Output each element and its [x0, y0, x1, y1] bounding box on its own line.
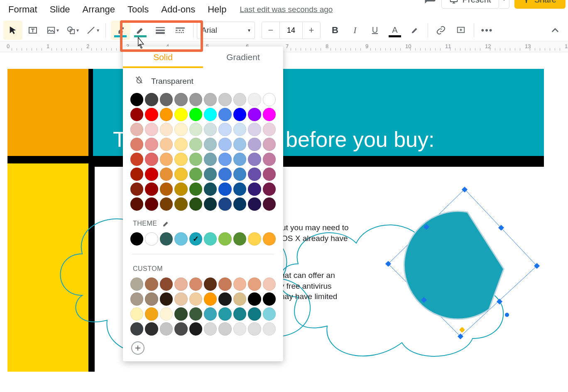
custom-color-swatch[interactable]: [145, 278, 158, 291]
color-swatch[interactable]: [263, 93, 276, 106]
color-swatch[interactable]: [204, 197, 217, 211]
color-swatch[interactable]: [263, 183, 276, 196]
color-swatch[interactable]: [174, 168, 187, 181]
pencil-icon[interactable]: [162, 220, 170, 227]
custom-color-swatch[interactable]: [218, 278, 231, 291]
font-size-decrease[interactable]: −: [262, 25, 279, 36]
collapse-toolbar-button[interactable]: [546, 21, 565, 40]
color-swatch[interactable]: [263, 138, 276, 151]
custom-color-swatch[interactable]: [160, 278, 173, 291]
custom-color-swatch[interactable]: [145, 307, 158, 321]
insert-comment-button[interactable]: [451, 21, 470, 40]
color-swatch[interactable]: [130, 123, 143, 136]
color-swatch[interactable]: [174, 93, 187, 106]
color-swatch[interactable]: [218, 108, 231, 121]
color-swatch[interactable]: [130, 138, 143, 151]
custom-color-swatch[interactable]: [248, 307, 261, 321]
color-swatch[interactable]: [189, 183, 202, 196]
text-color-button[interactable]: A: [385, 21, 404, 40]
color-swatch[interactable]: [204, 183, 217, 196]
color-swatch[interactable]: [218, 197, 231, 211]
color-swatch[interactable]: [218, 138, 231, 151]
color-swatch[interactable]: [233, 93, 246, 106]
transparent-option[interactable]: Transparent: [123, 68, 283, 91]
color-swatch[interactable]: [233, 123, 246, 136]
font-size-input[interactable]: 14: [279, 22, 303, 39]
custom-color-swatch[interactable]: [218, 292, 231, 306]
font-size-increase[interactable]: +: [303, 25, 320, 36]
custom-color-swatch[interactable]: [263, 307, 276, 321]
theme-color-swatch[interactable]: [263, 232, 276, 246]
insert-link-button[interactable]: [431, 21, 450, 40]
color-swatch[interactable]: [189, 138, 202, 151]
color-swatch[interactable]: [204, 138, 217, 151]
color-swatch[interactable]: [130, 197, 143, 211]
color-swatch[interactable]: [130, 93, 143, 106]
menu-arrange[interactable]: Arrange: [77, 2, 121, 17]
color-swatch[interactable]: [248, 93, 261, 106]
custom-color-swatch[interactable]: [189, 322, 202, 336]
color-swatch[interactable]: [189, 168, 202, 181]
shape-tool[interactable]: ▾: [63, 21, 82, 40]
color-swatch[interactable]: [189, 153, 202, 166]
custom-color-swatch[interactable]: [189, 278, 202, 291]
comment-icon[interactable]: [424, 0, 436, 7]
color-swatch[interactable]: [145, 153, 158, 166]
color-swatch[interactable]: [160, 168, 173, 181]
font-family-select[interactable]: Arial ▾: [197, 22, 255, 39]
color-swatch[interactable]: [189, 108, 202, 121]
color-swatch[interactable]: [145, 123, 158, 136]
custom-color-swatch[interactable]: [160, 307, 173, 321]
border-weight-button[interactable]: [151, 21, 170, 40]
underline-button[interactable]: U: [365, 21, 384, 40]
color-swatch[interactable]: [218, 93, 231, 106]
color-swatch[interactable]: [174, 108, 187, 121]
select-tool[interactable]: [3, 21, 22, 40]
color-swatch[interactable]: [145, 183, 158, 196]
custom-color-swatch[interactable]: [248, 278, 261, 291]
color-swatch[interactable]: [263, 153, 276, 166]
menu-tools[interactable]: Tools: [122, 2, 154, 17]
color-swatch[interactable]: [189, 123, 202, 136]
color-swatch[interactable]: [174, 138, 187, 151]
custom-color-swatch[interactable]: [204, 307, 217, 321]
theme-color-swatch[interactable]: [233, 232, 246, 246]
color-swatch[interactable]: [263, 197, 276, 211]
theme-color-swatch[interactable]: [218, 232, 231, 246]
add-custom-color[interactable]: [131, 341, 144, 355]
custom-color-swatch[interactable]: [174, 307, 187, 321]
custom-color-swatch[interactable]: [130, 292, 143, 306]
color-swatch[interactable]: [189, 93, 202, 106]
color-swatch[interactable]: [248, 153, 261, 166]
color-swatch[interactable]: [218, 168, 231, 181]
custom-color-swatch[interactable]: [248, 292, 261, 306]
color-swatch[interactable]: [218, 153, 231, 166]
border-color-button[interactable]: [131, 21, 150, 40]
custom-color-swatch[interactable]: [130, 307, 143, 321]
custom-color-swatch[interactable]: [248, 322, 261, 336]
color-swatch[interactable]: [160, 138, 173, 151]
color-swatch[interactable]: [160, 183, 173, 196]
custom-color-swatch[interactable]: [174, 292, 187, 306]
theme-color-swatch[interactable]: [145, 232, 158, 246]
theme-color-swatch[interactable]: [204, 232, 217, 246]
textbox-tool[interactable]: [23, 21, 42, 40]
custom-color-swatch[interactable]: [263, 322, 276, 336]
custom-color-swatch[interactable]: [204, 278, 217, 291]
custom-color-swatch[interactable]: [233, 292, 246, 306]
color-swatch[interactable]: [160, 123, 173, 136]
color-swatch[interactable]: [130, 168, 143, 181]
color-swatch[interactable]: [160, 93, 173, 106]
theme-color-swatch[interactable]: ✓: [189, 232, 202, 246]
color-swatch[interactable]: [218, 123, 231, 136]
custom-color-swatch[interactable]: [174, 322, 187, 336]
custom-color-swatch[interactable]: [130, 322, 143, 336]
color-swatch[interactable]: [145, 168, 158, 181]
highlight-button[interactable]: [405, 21, 424, 40]
theme-color-swatch[interactable]: [130, 232, 143, 246]
present-button[interactable]: Present: [441, 0, 499, 9]
color-swatch[interactable]: [233, 183, 246, 196]
color-swatch[interactable]: [160, 197, 173, 211]
custom-color-swatch[interactable]: [145, 322, 158, 336]
custom-color-swatch[interactable]: [233, 278, 246, 291]
